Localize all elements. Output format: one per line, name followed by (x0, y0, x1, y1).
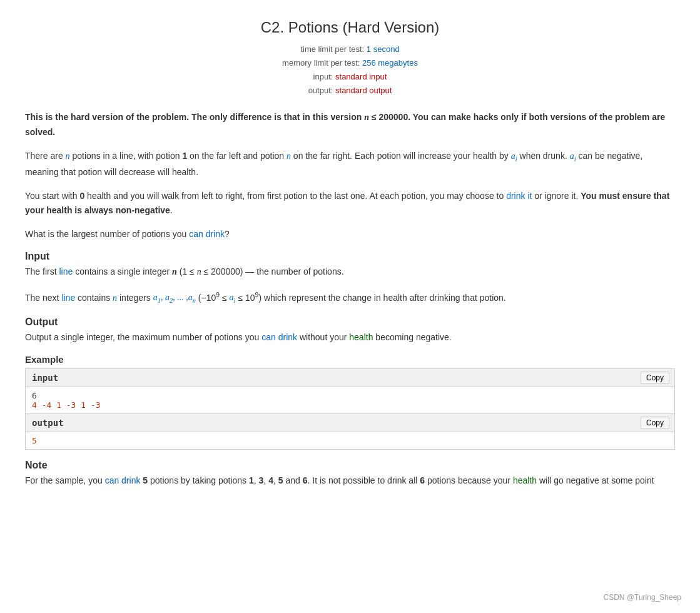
output-header: Output (25, 317, 675, 328)
output-label-text: output (32, 418, 64, 428)
input-data-cell: 6 4 -4 1 -3 1 -3 (26, 387, 675, 414)
note-header: Note (25, 460, 675, 471)
input-value: standard input (335, 72, 387, 81)
page-title: C2. Potions (Hard Version) (25, 19, 675, 36)
bold-warning: This is the hard version of the problem.… (25, 110, 675, 139)
input-label-cell: input Copy (26, 369, 675, 387)
paragraph1: There are n potions in a line, with poti… (25, 149, 675, 179)
meta-info: time limit per test: 1 second memory lim… (25, 43, 675, 98)
input-label-text: input (32, 373, 58, 383)
output-value: standard output (335, 86, 392, 95)
example-header: Example (25, 354, 675, 365)
output-data-cell: 5 (26, 432, 675, 450)
input-header: Input (25, 251, 675, 262)
memory-limit-value: 256 megabytes (362, 58, 418, 68)
input-data-line1: 6 (32, 391, 668, 400)
input-line2: The next line contains n integers a1, a2… (25, 290, 675, 306)
note-text: For the sample, you can drink 5 potions … (25, 474, 675, 487)
output-label-row: output Copy (26, 414, 675, 432)
input-line1: The first line contains a single integer… (25, 265, 675, 279)
input-data-row: 6 4 -4 1 -3 1 -3 (26, 387, 675, 414)
memory-limit-label: memory limit per test: (282, 58, 360, 68)
time-limit-value: 1 second (367, 44, 400, 54)
paragraph2: You start with 0 health and you will wal… (25, 189, 675, 217)
paragraph3: What is the largest number of potions yo… (25, 227, 675, 241)
copy-input-button[interactable]: Copy (641, 372, 669, 384)
example-section: Example input Copy 6 4 -4 1 -3 1 -3 outp… (25, 354, 675, 450)
input-label: input: (313, 72, 333, 81)
output-data-row: 5 (26, 432, 675, 450)
input-data-line2: 4 -4 1 -3 1 -3 (32, 400, 668, 410)
output-label-cell: output Copy (26, 414, 675, 432)
example-table: input Copy 6 4 -4 1 -3 1 -3 output Copy … (25, 368, 675, 450)
output-data: 5 (32, 436, 668, 445)
input-label-row: input Copy (26, 369, 675, 387)
copy-output-button[interactable]: Copy (641, 417, 669, 429)
time-limit-label: time limit per test: (300, 44, 364, 54)
watermark: CSDN @Turing_Sheep (604, 593, 681, 602)
note-section: Note For the sample, you can drink 5 pot… (25, 460, 675, 487)
input-section: Input The first line contains a single i… (25, 251, 675, 306)
output-text: Output a single integer, the maximum num… (25, 330, 675, 344)
output-section: Output Output a single integer, the maxi… (25, 317, 675, 344)
output-label: output: (308, 86, 333, 95)
